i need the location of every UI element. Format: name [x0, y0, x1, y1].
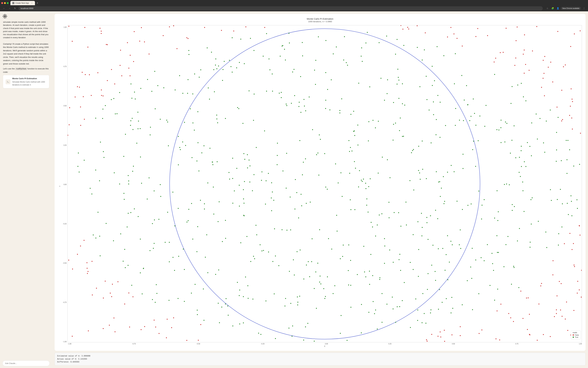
- scatter-dot: [550, 336, 551, 337]
- scatter-dot: [417, 310, 418, 311]
- close-button[interactable]: [1, 2, 3, 4]
- scatter-dot: [303, 162, 304, 163]
- scatter-dot: [350, 199, 351, 200]
- scatter-dot: [247, 167, 248, 168]
- scatter-dot: [183, 248, 184, 249]
- scatter-dot: [224, 61, 225, 62]
- bookmark-button[interactable]: ☆: [545, 6, 550, 10]
- scatter-dot: [252, 190, 253, 191]
- scatter-dot: [102, 109, 103, 110]
- scatter-dot: [302, 55, 303, 56]
- y-label: 0.75: [64, 66, 67, 67]
- scatter-dot: [204, 145, 205, 146]
- back-button[interactable]: ←: [2, 6, 6, 10]
- scatter-dot: [336, 46, 337, 47]
- scatter-dot: [113, 98, 114, 99]
- scatter-dot: [404, 282, 405, 283]
- scatter-dot: [347, 340, 347, 341]
- scatter-dot: [90, 188, 91, 189]
- scatter-dot: [375, 310, 376, 311]
- scatter-dot: [314, 288, 315, 289]
- new-tab-button[interactable]: +: [36, 1, 39, 5]
- scatter-dot: [185, 145, 186, 146]
- scatter-dot: [475, 36, 476, 37]
- scatter-dot: [268, 173, 269, 174]
- scatter-dot: [153, 248, 154, 249]
- scatter-dot: [196, 251, 197, 252]
- scatter-dot: [203, 288, 204, 289]
- scatter-dot: [84, 27, 85, 28]
- scatter-dot: [325, 108, 326, 109]
- scatter-dot: [195, 284, 196, 285]
- minimize-button[interactable]: [4, 2, 6, 4]
- scatter-dot: [182, 93, 183, 94]
- maximize-button[interactable]: [7, 2, 9, 4]
- active-tab[interactable]: Create Next App ×: [10, 1, 35, 5]
- scatter-dot: [213, 69, 214, 70]
- scatter-dot: [80, 125, 81, 126]
- tab-close-button[interactable]: ×: [31, 2, 33, 4]
- scatter-dot: [129, 327, 130, 328]
- scatter-dot: [412, 150, 413, 151]
- scatter-dot: [254, 174, 254, 175]
- scatter-dot: [362, 181, 363, 182]
- scatter-dot: [192, 239, 193, 239]
- scatter-dot: [150, 127, 151, 128]
- scatter-dot: [382, 293, 383, 294]
- scatter-dot: [215, 274, 216, 275]
- scatter-dot: [311, 261, 312, 262]
- scatter-dot: [261, 171, 262, 172]
- scatter-dot: [579, 164, 580, 165]
- scatter-dot: [570, 233, 570, 234]
- scatter-dot: [579, 225, 580, 226]
- scatter-dot: [169, 261, 170, 262]
- scatter-dot: [77, 166, 78, 167]
- scatter-dot: [306, 265, 307, 266]
- forward-button[interactable]: →: [7, 6, 12, 10]
- scatter-dot: [281, 97, 282, 98]
- address-bar[interactable]: [18, 6, 543, 10]
- scatter-dot: [498, 252, 499, 253]
- scatter-dot: [499, 129, 499, 130]
- scatter-dot: [521, 166, 522, 167]
- chat-input[interactable]: [2, 360, 50, 366]
- scatter-dot: [266, 91, 267, 92]
- scatter-dot: [487, 244, 488, 245]
- scatter-dot: [368, 186, 369, 187]
- scatter-dot: [121, 75, 122, 76]
- scatter-dot: [155, 327, 156, 328]
- scatter-dot: [82, 72, 83, 73]
- scatter-dot: [514, 267, 515, 268]
- scatter-dot: [451, 313, 452, 313]
- app-container: simulate simple monte carlo method with …: [0, 11, 588, 368]
- scatter-dot: [407, 27, 408, 28]
- scatter-dot: [272, 261, 273, 262]
- tool-call-card[interactable]: Monte Carlo Pi Estimation Simulate Monte…: [3, 75, 49, 88]
- scatter-dot: [186, 37, 187, 38]
- scatter-dot: [520, 291, 521, 292]
- scatter-dot: [293, 259, 294, 260]
- scatter-dot: [315, 84, 316, 85]
- scatter-dot: [531, 155, 532, 156]
- scatter-dot: [580, 133, 581, 134]
- profile-button[interactable]: 👤: [556, 6, 560, 10]
- scatter-dot: [361, 56, 362, 57]
- extensions-button[interactable]: 🧩: [550, 6, 555, 10]
- scatter-dot: [229, 179, 230, 180]
- legend-true-item: True: [573, 336, 579, 338]
- reload-button[interactable]: ↻: [13, 6, 17, 10]
- scatter-dot: [216, 68, 217, 69]
- scatter-dot: [402, 136, 403, 137]
- scatter-dot: [571, 215, 572, 216]
- scatter-dot: [136, 143, 137, 144]
- menu-button[interactable]: ⋮: [582, 6, 586, 10]
- scatter-dot: [318, 175, 319, 175]
- scatter-dot: [418, 146, 419, 147]
- scatter-dot: [266, 180, 267, 181]
- scatter-dot: [393, 308, 393, 309]
- scatter-dot: [198, 340, 199, 341]
- scatter-dot: [567, 140, 568, 141]
- scatter-dot: [519, 172, 520, 173]
- scatter-dot: [447, 235, 448, 236]
- scatter-dot: [427, 222, 428, 223]
